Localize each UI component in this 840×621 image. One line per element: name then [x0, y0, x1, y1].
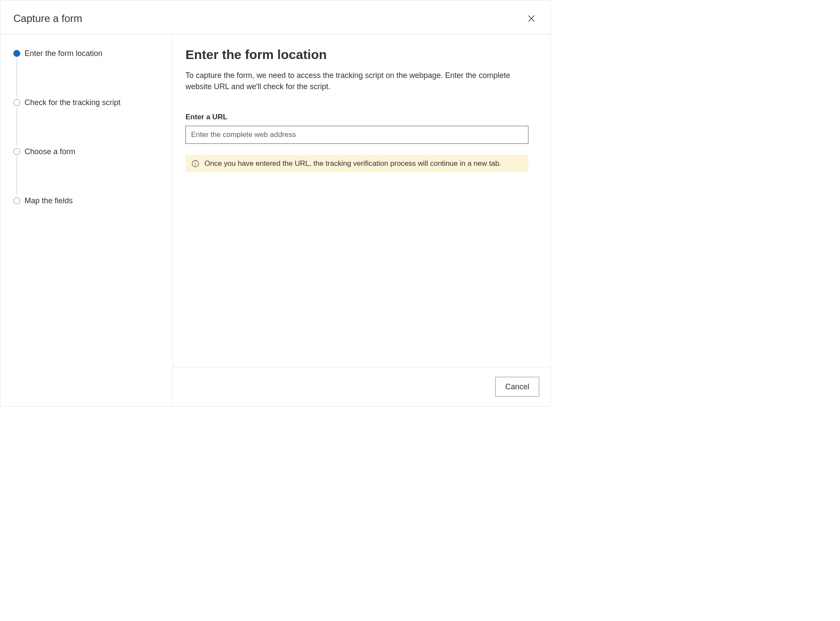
main-panel: Enter the form location To capture the f…	[173, 34, 550, 367]
step-connector	[16, 108, 17, 146]
step-label: Map the fields	[25, 196, 73, 205]
svg-point-4	[195, 161, 196, 162]
step-enter-form-location[interactable]: Enter the form location	[13, 49, 159, 59]
step-label: Choose a form	[25, 147, 75, 156]
info-notice-text: Once you have entered the URL, the track…	[204, 159, 501, 168]
step-label: Check for the tracking script	[25, 98, 120, 107]
step-label: Enter the form location	[25, 49, 102, 58]
step-choose-a-form[interactable]: Choose a form	[13, 147, 159, 158]
step-marker-icon	[13, 197, 20, 204]
url-input[interactable]	[185, 126, 528, 144]
close-icon	[528, 17, 535, 23]
step-marker-icon	[13, 99, 20, 106]
modal-body: Enter the form location Check for the tr…	[0, 34, 550, 406]
capture-form-modal: Capture a form Enter the form location	[0, 0, 551, 407]
cancel-button[interactable]: Cancel	[495, 377, 539, 397]
url-field-label: Enter a URL	[185, 113, 537, 121]
modal-header: Capture a form	[0, 0, 550, 34]
modal-title: Capture a form	[13, 12, 82, 25]
info-icon	[191, 160, 199, 168]
wizard-steps-sidebar: Enter the form location Check for the tr…	[0, 34, 173, 406]
page-description: To capture the form, we need to access t…	[185, 70, 513, 92]
step-marker-icon	[13, 148, 20, 155]
step-marker-icon	[13, 50, 20, 57]
steps-list: Enter the form location Check for the tr…	[13, 49, 159, 207]
modal-footer: Cancel	[173, 367, 550, 406]
main-and-footer: Enter the form location To capture the f…	[173, 34, 550, 406]
close-button[interactable]	[525, 12, 537, 25]
step-map-the-fields[interactable]: Map the fields	[13, 196, 159, 207]
page-heading: Enter the form location	[185, 47, 537, 62]
step-connector	[16, 157, 17, 195]
step-connector	[16, 59, 17, 96]
info-notice: Once you have entered the URL, the track…	[185, 155, 528, 172]
step-check-tracking-script[interactable]: Check for the tracking script	[13, 98, 159, 109]
